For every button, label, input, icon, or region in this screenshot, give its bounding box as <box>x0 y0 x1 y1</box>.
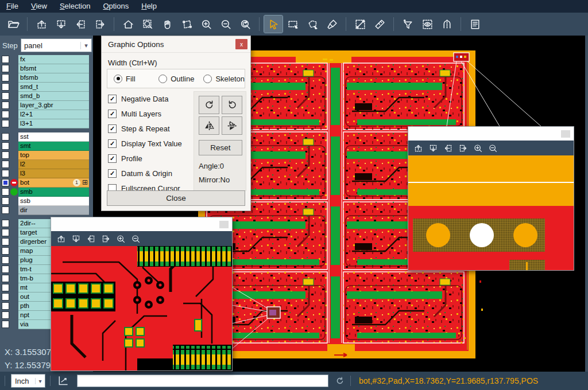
layer-name-layer-3-gbr[interactable]: layer_3.gbr <box>18 101 89 110</box>
pan-hand-button[interactable] <box>158 15 176 33</box>
pcb-board[interactable] <box>343 272 464 343</box>
layer-checkbox[interactable] <box>2 74 9 81</box>
checkbox-step-repeat[interactable]: ✓Step & Repeat <box>108 121 182 136</box>
layer-name-l3[interactable]: l3 <box>18 169 89 178</box>
pan-left-button[interactable] <box>83 232 98 245</box>
magnified-pcb-view[interactable] <box>51 246 232 370</box>
popup-menu-button[interactable] <box>219 221 229 228</box>
pan-right-button[interactable] <box>455 142 470 154</box>
layer-name-bfsmt[interactable]: bfsmt <box>18 64 89 73</box>
layer-row[interactable]: bfsmb <box>0 73 93 82</box>
checkbox-display-text-value[interactable]: ✓Display Text Value <box>108 136 182 151</box>
layer-checkbox[interactable] <box>2 188 9 196</box>
layer-checkbox[interactable] <box>2 293 9 301</box>
layer-row[interactable]: smd_t <box>0 83 93 91</box>
dialog-title-bar[interactable]: Graphic Options x <box>102 36 250 53</box>
layer-row[interactable]: sst <box>0 132 93 141</box>
overlay-view-button[interactable] <box>418 15 436 33</box>
layer-checkbox[interactable] <box>2 275 9 282</box>
pan-left-button[interactable] <box>440 142 455 154</box>
zoom-window-button[interactable] <box>138 15 157 33</box>
layer-row[interactable]: l2+1 <box>0 110 93 119</box>
radio-fill[interactable]: Fill <box>114 75 152 83</box>
pan-left-button[interactable] <box>71 15 90 33</box>
layer-checkbox[interactable] <box>2 229 9 236</box>
layer-checkbox[interactable] <box>2 284 9 291</box>
popup-menu-button[interactable] <box>561 130 570 138</box>
menu-view[interactable]: View <box>25 0 53 13</box>
layer-name-sst[interactable]: sst <box>18 132 89 142</box>
layer-name-smb[interactable]: smb <box>18 188 89 197</box>
menu-options[interactable]: Options <box>96 0 135 13</box>
layer-row[interactable]: smd_b <box>0 92 93 100</box>
layer-checkbox[interactable] <box>2 197 9 205</box>
layer-name-smd-t[interactable]: smd_t <box>18 83 89 92</box>
pan-up-button[interactable] <box>53 232 68 245</box>
layer-checkbox[interactable] <box>2 256 9 264</box>
home-button[interactable] <box>119 15 137 33</box>
layer-row[interactable]: layer_3.gbr <box>0 101 93 110</box>
layer-name-l2[interactable]: l2 <box>18 160 89 169</box>
layer-checkbox[interactable] <box>2 238 9 245</box>
popup-title-bar[interactable] <box>408 127 574 141</box>
close-icon[interactable]: x <box>235 39 247 49</box>
measure-distance-button[interactable] <box>351 15 369 33</box>
open-folder-button[interactable] <box>4 15 22 33</box>
checkbox-profile[interactable]: ✓Profile <box>108 151 182 166</box>
layer-checkbox[interactable] <box>2 220 9 227</box>
zoom-out-button[interactable] <box>128 232 143 245</box>
pan-right-button[interactable] <box>98 232 113 245</box>
layer-checkbox[interactable] <box>2 92 9 100</box>
step-combobox[interactable]: panel ▾ <box>21 38 92 52</box>
zoom-in-button[interactable] <box>197 15 215 33</box>
layer-name-l2-1[interactable]: l2+1 <box>18 110 89 119</box>
layer-checkbox[interactable] <box>2 111 9 118</box>
layer-checkbox[interactable] <box>2 266 9 273</box>
zoom-in-button[interactable] <box>113 232 128 245</box>
layer-checkbox[interactable] <box>2 247 9 255</box>
layer-name-bfsmb[interactable]: bfsmb <box>18 73 89 83</box>
layer-row[interactable]: ssb <box>0 197 93 205</box>
zoom-previous-button[interactable] <box>236 15 254 33</box>
select-cursor-button[interactable] <box>264 15 283 33</box>
checkbox-datum-origin[interactable]: ✓Datum & Origin <box>108 166 182 181</box>
report-button[interactable] <box>466 15 484 33</box>
layer-row[interactable]: top <box>0 151 93 159</box>
layer-row[interactable]: dir <box>0 206 93 214</box>
layer-checkbox[interactable] <box>2 102 9 109</box>
layer-row[interactable]: bot 1 ⊞ <box>0 178 93 187</box>
filter-button[interactable] <box>399 15 417 33</box>
zoom-out-button[interactable] <box>485 142 500 154</box>
layer-row[interactable]: l3 <box>0 169 93 178</box>
magnified-corner-view[interactable] <box>408 155 574 270</box>
zoom-out-button[interactable] <box>216 15 235 33</box>
layer-checkbox[interactable] <box>2 120 9 127</box>
layer-checkbox[interactable] <box>2 56 9 63</box>
layer-checkbox[interactable] <box>2 302 9 310</box>
measure-polygon-button[interactable] <box>177 15 196 33</box>
layer-row[interactable]: fx <box>0 55 93 64</box>
select-poly-button[interactable] <box>303 15 322 33</box>
checkbox-negative-data[interactable]: ✓Negative Data <box>108 91 182 106</box>
layer-name-dir[interactable]: dir <box>18 206 89 215</box>
pan-down-button[interactable] <box>68 232 83 245</box>
zoom-in-button[interactable] <box>470 142 485 154</box>
layer-checkbox[interactable] <box>2 151 9 159</box>
layer-checkbox[interactable] <box>2 142 9 150</box>
layer-checkbox[interactable] <box>2 65 9 72</box>
flip-horizontal-button[interactable] <box>199 116 219 135</box>
select-rect-button[interactable] <box>284 15 302 33</box>
unit-combobox[interactable]: Inch ▾ <box>11 374 45 388</box>
layer-name-l3-1[interactable]: l3+1 <box>18 119 89 128</box>
rotate-cw-button[interactable] <box>199 96 219 114</box>
ruler-button[interactable] <box>370 15 389 33</box>
radio-skeleton[interactable]: Skeleton <box>203 75 245 83</box>
layer-row[interactable]: smb <box>0 188 93 196</box>
layer-name-bot[interactable]: bot 1 ⊞ <box>18 178 89 188</box>
layer-checkbox[interactable] <box>2 83 9 91</box>
layer-row[interactable]: l3+1 <box>0 119 93 128</box>
snap-button[interactable] <box>438 15 456 33</box>
menu-help[interactable]: Help <box>135 0 163 13</box>
layer-checkbox[interactable] <box>2 161 9 168</box>
layer-row[interactable]: l2 <box>0 160 93 169</box>
